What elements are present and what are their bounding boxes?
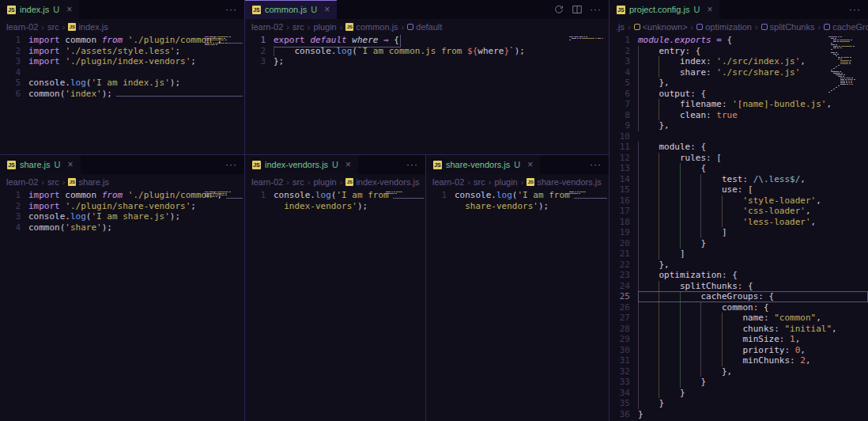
breadcrumb-item[interactable]: src [474,177,485,187]
breadcrumb-item[interactable]: default [407,22,442,32]
code-line[interactable]: minChunks: 2, [638,355,868,366]
breadcrumb-item[interactable]: learn-02 [251,22,283,32]
code-line[interactable]: ] [638,248,868,260]
breadcrumb-item[interactable]: JSindex.js [68,22,108,32]
code-line[interactable]: import './plugin/share-vendors'; [28,201,244,212]
breadcrumb-item[interactable]: plugin [313,22,336,32]
breadcrumb-item[interactable]: JSshare-vendors.js [526,177,601,187]
open-changes-icon[interactable] [553,4,564,15]
code-area[interactable]: import common from './plugin/common';imp… [28,190,244,421]
code-editor[interactable]: 123456 import common from './plugin/comm… [0,35,244,154]
code-line[interactable]: splitChunks: { [638,281,868,292]
breadcrumb-item[interactable]: JSindex-vendors.js [345,177,419,187]
code-line[interactable]: } [638,398,868,409]
breadcrumb-item[interactable]: src [292,177,304,187]
breadcrumb-item[interactable]: JScommon.js [345,22,398,32]
line-number-gutter[interactable]: 1234 [0,190,28,421]
code-line[interactable]: chunks: "initial", [638,324,868,335]
code-line[interactable]: }, [638,260,868,271]
breadcrumb-item[interactable]: cacheGroups [824,22,868,32]
breadcrumb-item[interactable]: .js [616,22,625,32]
breadcrumb-item[interactable]: <unknown> [634,22,688,32]
code-line[interactable]: common('share'); [28,222,244,233]
code-area[interactable]: console.log('I am from share-vendors'); [455,190,609,421]
line-number-gutter[interactable]: 1 [245,190,274,421]
code-line[interactable]: import './assets/style.less'; [28,46,244,57]
code-area[interactable]: console.log('I am from index-vendors'); [274,190,425,421]
code-line[interactable]: common('index'); [28,89,244,100]
line-number-gutter[interactable]: 1234567891011121314151617181920212223242… [609,35,638,421]
code-area[interactable]: module.exports = {entry: {index: './src/… [638,35,868,421]
breadcrumb-item[interactable]: learn-02 [6,177,38,187]
code-line[interactable]: } [638,409,868,420]
code-line[interactable]: 'css-loader', [638,206,868,217]
code-line[interactable]: filename: '[name]-bundle.js', [638,99,868,110]
code-line[interactable]: cacheGroups: { [638,291,868,302]
code-line[interactable]: share: './src/share.js' [638,67,868,78]
code-line[interactable]: clean: true [638,110,868,121]
more-actions-icon[interactable]: ··· [590,5,602,14]
code-editor[interactable]: 1 console.log('I am from index-vendors')… [245,190,425,421]
code-line[interactable] [28,67,244,78]
code-line[interactable]: import './plugin/index-vendors'; [28,56,244,67]
tab-index-js[interactable]: JS index.js U × [0,0,79,19]
code-line[interactable]: use: [ [638,184,868,195]
code-line[interactable]: console.log('I am share.js'); [28,211,244,222]
code-line[interactable]: import common from './plugin/common'; [28,35,244,46]
code-line[interactable]: 'less-loader', [638,217,868,228]
code-line[interactable]: }, [638,366,868,377]
code-line[interactable]: test: /\.less$/, [638,174,868,185]
breadcrumb-item[interactable]: plugin [494,177,517,187]
code-line[interactable]: index: './src/index.js', [638,56,868,67]
code-line[interactable]: }, [638,120,868,131]
code-line[interactable]: } [638,238,868,249]
code-line[interactable]: priority: 0, [638,345,868,356]
code-editor[interactable]: 1234 import common from './plugin/common… [0,190,244,421]
tab-common-js[interactable]: JS common.js U × [245,0,337,19]
tab-share-vendors-js[interactable]: JS share-vendors.js U × [426,155,540,174]
more-actions-icon[interactable]: ··· [225,5,237,14]
line-number-gutter[interactable]: 123456 [0,35,28,154]
line-number-gutter[interactable]: 123 [245,35,274,154]
code-line[interactable]: } [638,388,868,399]
close-tab-icon[interactable]: × [67,159,73,170]
breadcrumb-item[interactable]: src [47,22,59,32]
breadcrumb-item[interactable]: optimization [696,22,752,32]
tab-project-config-js[interactable]: JS project.config.js U × [609,0,719,19]
close-tab-icon[interactable]: × [345,159,351,170]
breadcrumb-item[interactable]: JSshare.js [68,177,109,187]
tab-share-js[interactable]: JS share.js U × [0,155,81,174]
code-editor[interactable]: 123 export default where ⇒ {console.log(… [245,35,609,154]
breadcrumb-item[interactable]: learn-02 [6,22,38,32]
code-area[interactable]: import common from './plugin/common';imp… [28,35,244,154]
code-line[interactable]: import common from './plugin/common'; [28,190,244,201]
code-editor[interactable]: 1234567891011121314151617181920212223242… [609,35,868,421]
more-actions-icon[interactable]: ··· [406,160,418,169]
code-line[interactable]: optimization: { [638,270,868,281]
close-tab-icon[interactable]: × [324,4,330,15]
code-line[interactable]: module: { [638,142,868,153]
code-area[interactable]: export default where ⇒ {console.log(`I a… [274,35,609,154]
code-line[interactable]: ] [638,227,868,238]
breadcrumb-item[interactable]: plugin [313,177,336,187]
code-line[interactable]: console.log('I am from [455,190,609,201]
code-line[interactable]: share-vendors'); [455,201,609,212]
code-line[interactable]: minSize: 1, [638,334,868,345]
more-actions-icon[interactable]: ··· [849,5,861,14]
code-editor[interactable]: 1 console.log('I am from share-vendors')… [426,190,609,421]
code-line[interactable]: name: "common", [638,313,868,324]
code-line[interactable]: module.exports = { [638,35,868,46]
code-line[interactable]: }, [638,78,868,89]
code-line[interactable]: console.log('I am index.js'); [28,78,244,89]
line-number-gutter[interactable]: 1 [426,190,455,421]
close-tab-icon[interactable]: × [66,4,72,15]
more-actions-icon[interactable]: ··· [590,160,602,169]
code-line[interactable] [638,131,868,142]
code-line[interactable]: { [638,163,868,174]
code-line[interactable]: index-vendors'); [274,201,425,212]
code-line[interactable]: output: { [638,89,868,100]
split-editor-icon[interactable] [572,4,583,15]
code-line[interactable]: }; [274,56,609,67]
code-line[interactable]: common: { [638,302,868,313]
breadcrumb-item[interactable]: learn-02 [432,177,464,187]
